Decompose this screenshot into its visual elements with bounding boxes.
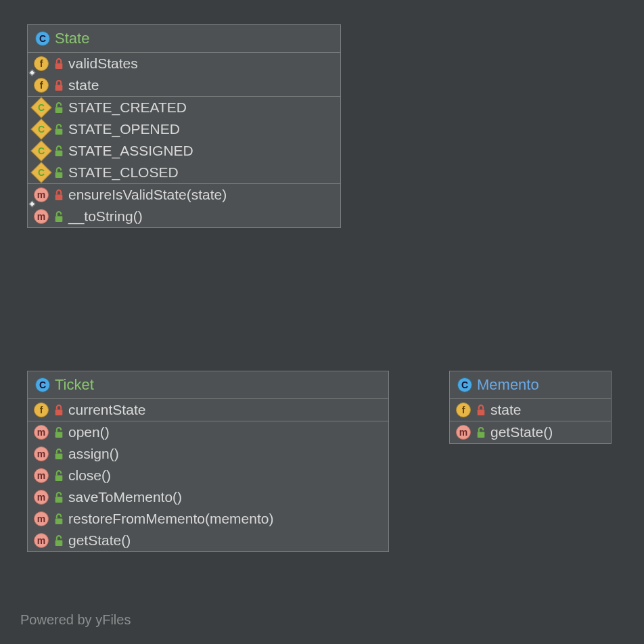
constant-icon: C — [30, 118, 51, 139]
svg-rect-1 — [55, 85, 63, 91]
member-label: restoreFromMemento(memento) — [68, 511, 273, 527]
class-icon: C — [35, 31, 50, 46]
member-row[interactable]: m assign() — [28, 443, 388, 465]
member-label: close() — [68, 467, 111, 484]
member-label: currentState — [68, 402, 145, 418]
lock-public-icon — [53, 167, 64, 179]
svg-rect-4 — [55, 150, 63, 156]
member-row[interactable]: m getState() — [28, 530, 388, 551]
svg-rect-9 — [55, 432, 63, 438]
member-label: STATE_ASSIGNED — [68, 143, 193, 159]
method-icon: m — [34, 209, 49, 224]
member-row[interactable]: f validStates — [28, 53, 340, 74]
class-memento[interactable]: C Memento f state m getState() — [449, 371, 612, 444]
class-ticket[interactable]: C Ticket f currentState m open() m assig… — [27, 371, 389, 552]
class-icon: C — [457, 377, 472, 392]
lock-private-icon — [53, 58, 64, 70]
method-icon: m — [34, 490, 49, 505]
member-row[interactable]: m __toString() — [28, 206, 340, 227]
member-row[interactable]: m open() — [28, 421, 388, 443]
class-state-header: C State — [28, 25, 340, 52]
member-label: getState() — [490, 424, 553, 440]
lock-public-icon — [53, 124, 64, 135]
class-ticket-fields: f currentState — [28, 398, 388, 421]
svg-rect-13 — [55, 518, 63, 524]
method-icon: m — [34, 446, 49, 461]
member-label: saveToMemento() — [68, 489, 182, 505]
member-label: STATE_CREATED — [68, 99, 187, 116]
field-icon: f — [34, 56, 49, 71]
member-label: STATE_OPENED — [68, 121, 180, 137]
svg-rect-8 — [55, 409, 63, 415]
constant-icon: C — [30, 97, 51, 118]
constant-icon: C — [30, 140, 51, 161]
field-icon: f — [34, 402, 49, 417]
member-row[interactable]: m close() — [28, 465, 388, 486]
svg-rect-0 — [55, 63, 63, 69]
member-row[interactable]: m ensureIsValidState(state) — [28, 184, 340, 206]
field-icon: f — [456, 402, 471, 417]
method-icon: m — [34, 511, 49, 526]
lock-public-icon — [53, 492, 64, 503]
member-row[interactable]: C STATE_CLOSED — [28, 162, 340, 183]
member-row[interactable]: f currentState — [28, 399, 388, 421]
lock-public-icon — [476, 427, 486, 438]
class-state[interactable]: C State f validStates f state — [27, 24, 341, 228]
class-state-constants: C STATE_CREATED C STATE_OPENED C STATE_A… — [28, 96, 340, 183]
field-icon: f — [34, 78, 49, 93]
svg-rect-12 — [55, 497, 63, 503]
svg-rect-14 — [55, 540, 63, 546]
class-memento-methods: m getState() — [450, 421, 611, 443]
lock-public-icon — [53, 427, 64, 438]
svg-rect-3 — [55, 129, 63, 135]
lock-public-icon — [53, 513, 64, 525]
constant-icon: C — [30, 162, 51, 183]
member-row[interactable]: m restoreFromMemento(memento) — [28, 508, 388, 530]
member-row[interactable]: C STATE_OPENED — [28, 118, 340, 140]
method-icon: m — [34, 468, 49, 483]
svg-rect-6 — [55, 194, 63, 200]
member-label: state — [490, 402, 522, 418]
lock-public-icon — [53, 470, 64, 482]
lock-private-icon — [53, 189, 64, 201]
lock-public-icon — [53, 211, 64, 223]
class-memento-header: C Memento — [450, 371, 611, 398]
method-icon: m — [34, 187, 49, 202]
class-memento-title: Memento — [477, 376, 539, 394]
lock-public-icon — [53, 448, 64, 460]
class-state-title: State — [55, 30, 89, 47]
lock-private-icon — [53, 80, 64, 91]
member-row[interactable]: f state — [28, 74, 340, 96]
lock-private-icon — [476, 405, 486, 416]
class-icon: C — [35, 377, 50, 392]
svg-rect-16 — [478, 432, 485, 438]
member-label: open() — [68, 424, 110, 440]
member-label: assign() — [68, 446, 119, 462]
member-row[interactable]: C STATE_CREATED — [28, 97, 340, 118]
lock-private-icon — [53, 405, 64, 416]
footer-credit: Powered by yFiles — [20, 612, 131, 628]
member-label: getState() — [68, 532, 131, 549]
svg-rect-2 — [55, 107, 63, 113]
class-memento-fields: f state — [450, 398, 611, 421]
method-icon: m — [456, 425, 471, 440]
member-label: state — [68, 77, 99, 93]
member-row[interactable]: C STATE_ASSIGNED — [28, 140, 340, 162]
lock-public-icon — [53, 102, 64, 114]
method-icon: m — [34, 425, 49, 440]
member-label: STATE_CLOSED — [68, 164, 179, 181]
member-label: validStates — [68, 55, 138, 72]
svg-rect-10 — [55, 453, 63, 459]
class-state-fields: f validStates f state — [28, 52, 340, 96]
class-ticket-title: Ticket — [55, 376, 94, 394]
svg-rect-7 — [55, 216, 63, 222]
member-row[interactable]: m saveToMemento() — [28, 486, 388, 508]
svg-rect-15 — [478, 409, 485, 415]
svg-rect-5 — [55, 172, 63, 178]
member-row[interactable]: m getState() — [450, 421, 611, 443]
class-ticket-methods: m open() m assign() m close() m saveToMe… — [28, 421, 388, 551]
member-row[interactable]: f state — [450, 399, 611, 421]
class-ticket-header: C Ticket — [28, 371, 388, 398]
svg-rect-11 — [55, 475, 63, 481]
member-label: __toString() — [68, 208, 143, 225]
